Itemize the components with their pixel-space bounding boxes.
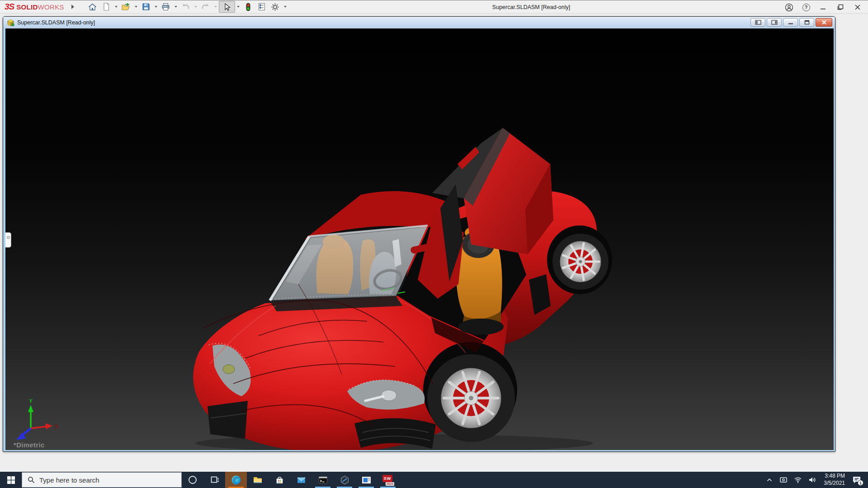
save-button[interactable] xyxy=(139,1,153,13)
app-title: Supercar.SLDASM [Read-only] xyxy=(434,0,628,14)
clock-time: 3:48 PM xyxy=(824,473,845,480)
chevron-down-icon xyxy=(115,6,118,8)
tray-expand-button[interactable] xyxy=(763,472,776,488)
pane-right-icon xyxy=(771,20,778,25)
chevron-down-icon xyxy=(155,6,157,8)
save-dropdown[interactable] xyxy=(153,1,159,13)
app-titlebar: 3S SOLID WORKS xyxy=(0,0,868,14)
print-button[interactable] xyxy=(159,1,173,13)
open-icon xyxy=(121,2,131,11)
chevron-down-icon xyxy=(237,6,240,8)
quick-access-toolbar xyxy=(86,0,288,14)
undo-dropdown[interactable] xyxy=(193,1,199,13)
clock-date: 3/5/2021 xyxy=(824,480,845,487)
taskbar-app-mail[interactable] xyxy=(290,472,312,488)
undo-icon xyxy=(181,2,190,11)
window-app-icon xyxy=(362,476,371,484)
restore-button[interactable] xyxy=(835,2,845,12)
car-model[interactable] xyxy=(5,28,834,450)
minimize-button[interactable] xyxy=(818,2,828,12)
file-explorer-icon xyxy=(253,475,263,484)
pane-left-button[interactable] xyxy=(750,18,765,27)
orientation-triad[interactable]: Y X xyxy=(12,399,61,440)
chevron-up-icon xyxy=(766,476,773,483)
taskbar-clock[interactable]: 3:48 PM 3/5/2021 xyxy=(820,473,849,487)
options-button[interactable] xyxy=(269,1,282,13)
display-icon xyxy=(779,476,788,483)
taskbar-app-solidworks[interactable]: SW 2021 xyxy=(377,472,399,488)
feature-tree-splitter-handle[interactable] xyxy=(5,232,11,248)
workspace: Supercar.SLDASM [Read-only] xyxy=(0,14,868,472)
taskbar-app-3dexperience[interactable] xyxy=(334,472,355,488)
account-button[interactable] xyxy=(784,2,794,12)
doc-close-button[interactable] xyxy=(816,18,832,27)
tray-volume-button[interactable] xyxy=(805,472,820,488)
system-tray: 3:48 PM 3/5/2021 1 xyxy=(763,472,868,488)
undo-button[interactable] xyxy=(179,1,193,13)
gear-icon xyxy=(270,2,280,12)
close-icon xyxy=(854,4,861,11)
edge-icon xyxy=(231,475,241,485)
taskbar-app-terminal[interactable] xyxy=(312,472,334,488)
notification-center-button[interactable]: 1 xyxy=(849,472,866,488)
doc-restore-button[interactable] xyxy=(799,18,814,27)
taskbar-app-task-view[interactable] xyxy=(203,472,225,488)
doc-minimize-button[interactable] xyxy=(783,18,798,27)
rebuild-button[interactable] xyxy=(241,1,255,13)
document-titlebar[interactable]: Supercar.SLDASM [Read-only] xyxy=(3,17,835,28)
terminal-icon xyxy=(318,476,328,484)
brand-works: WORKS xyxy=(38,3,64,11)
redo-dropdown[interactable] xyxy=(212,1,219,13)
close-button[interactable] xyxy=(853,2,863,12)
taskbar-search[interactable] xyxy=(22,472,182,488)
tray-network-button[interactable] xyxy=(791,472,805,488)
help-icon: ? xyxy=(802,4,810,11)
start-button[interactable] xyxy=(0,472,22,488)
taskbar-app-edge[interactable] xyxy=(225,472,247,488)
view-orientation-label: *Dimetric xyxy=(14,441,45,449)
new-document-dropdown[interactable] xyxy=(113,1,119,13)
hexagon-app-icon xyxy=(340,475,349,485)
new-document-icon xyxy=(102,2,111,11)
help-button[interactable]: ? xyxy=(801,2,811,12)
taskbar-app-file-explorer[interactable] xyxy=(247,472,269,488)
chevron-down-icon xyxy=(284,6,287,8)
save-icon xyxy=(142,2,151,11)
solidworks-app-icon: SW 2021 xyxy=(382,475,393,485)
chevron-down-icon xyxy=(135,6,137,8)
brand-solid: SOLID xyxy=(16,3,38,11)
print-icon xyxy=(161,2,170,11)
redo-button[interactable] xyxy=(199,1,212,13)
taskbar-app-store[interactable] xyxy=(269,472,290,488)
menu-expand-arrow[interactable] xyxy=(69,1,77,13)
tray-display-button[interactable] xyxy=(776,472,791,488)
traffic-light-icon xyxy=(244,2,253,12)
select-button[interactable] xyxy=(219,1,235,13)
print-dropdown[interactable] xyxy=(173,1,179,13)
open-button[interactable] xyxy=(119,1,133,13)
solidworks-cube-icon: SW xyxy=(382,475,392,482)
options-dropdown[interactable] xyxy=(282,1,288,13)
taskbar-app-cortana[interactable] xyxy=(182,472,203,488)
restore-icon xyxy=(837,4,844,11)
file-properties-button[interactable] xyxy=(255,1,269,13)
home-icon xyxy=(88,2,97,12)
x-axis-label: X xyxy=(55,423,58,430)
search-input[interactable] xyxy=(39,476,166,484)
store-icon xyxy=(275,475,284,485)
wifi-icon xyxy=(794,476,802,483)
home-button[interactable] xyxy=(86,1,99,13)
mail-icon xyxy=(297,476,306,484)
taskbar-app-remote-window[interactable] xyxy=(355,472,377,488)
pane-right-button[interactable] xyxy=(767,18,782,27)
document-window: Supercar.SLDASM [Read-only] xyxy=(3,16,835,452)
task-view-icon xyxy=(210,475,219,485)
taskbar: SW 2021 3:48 PM 3/5/2021 xyxy=(0,472,868,488)
minimize-icon xyxy=(820,4,827,11)
open-dropdown[interactable] xyxy=(133,1,139,13)
viewport-3d[interactable]: Y X *Dimetric xyxy=(5,28,834,450)
y-axis-arrow xyxy=(28,405,33,412)
new-document-button[interactable] xyxy=(99,1,113,13)
assembly-icon xyxy=(7,19,14,27)
select-dropdown[interactable] xyxy=(235,1,241,13)
